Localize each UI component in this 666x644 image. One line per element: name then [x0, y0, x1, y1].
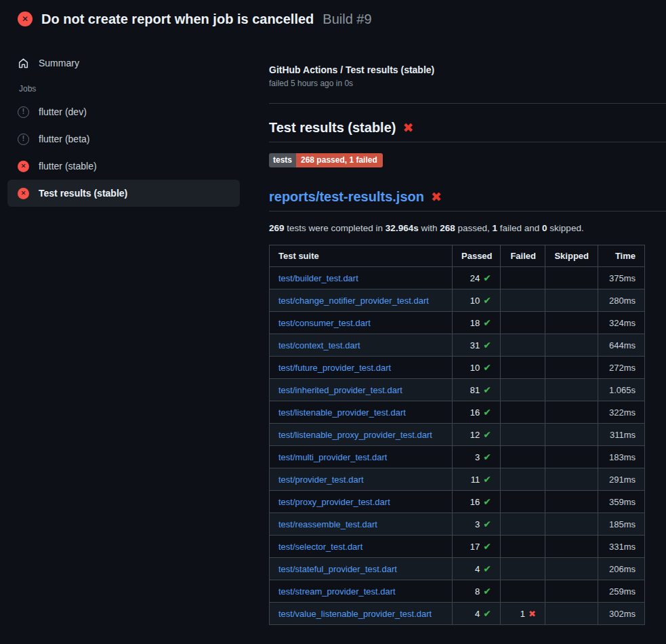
time-cell: 280ms [598, 289, 645, 312]
test-suite-link[interactable]: test/stream_provider_test.dart [278, 586, 396, 597]
sidebar: Summary Jobs ! flutter (dev) ! flutter (… [0, 38, 247, 207]
main-content: GitHub Actions / Test results (stable) f… [247, 38, 666, 625]
test-suite-link[interactable]: test/stateful_provider_test.dart [278, 564, 397, 574]
test-summary-line: 269 tests were completed in 32.964s with… [269, 223, 666, 233]
test-suite-link[interactable]: test/multi_provider_test.dart [278, 452, 387, 462]
suite-cell: test/inherited_provider_test.dart [270, 379, 453, 401]
summary-text: tests were completed in [285, 223, 386, 233]
table-row: test/builder_test.dart 24✔ 375ms [270, 267, 645, 289]
sidebar-job-flutter-dev[interactable]: ! flutter (dev) [7, 98, 240, 125]
test-suite-link[interactable]: test/inherited_provider_test.dart [278, 385, 402, 395]
passed-count: 268 [440, 223, 455, 233]
table-row: test/value_listenable_provider_test.dart… [270, 603, 645, 625]
failed-cell [501, 401, 545, 424]
passed-cell: 81✔ [453, 379, 501, 401]
summary-text: with [419, 223, 440, 233]
test-suite-link[interactable]: test/proxy_provider_test.dart [278, 497, 390, 507]
sidebar-job-flutter-beta[interactable]: ! flutter (beta) [7, 125, 240, 153]
time-cell: 324ms [598, 312, 645, 334]
sidebar-summary-label: Summary [39, 58, 79, 68]
time-cell: 322ms [598, 401, 645, 424]
run-header: ✕ Do not create report when job is cance… [0, 0, 666, 38]
check-icon: ✔ [483, 429, 491, 440]
skipped-cell [545, 603, 598, 625]
passed-cell: 10✔ [453, 289, 501, 312]
skipped-cell [545, 513, 598, 536]
time-cell: 375ms [598, 267, 645, 289]
passed-cell: 3✔ [453, 513, 501, 536]
test-suite-link[interactable]: test/value_listenable_provider_test.dart [278, 609, 432, 619]
time-cell: 644ms [598, 334, 645, 357]
failed-icon: ✕ [18, 161, 29, 172]
passed-value: 16 [470, 407, 480, 418]
test-suite-link[interactable]: test/listenable_proxy_provider_test.dart [278, 430, 432, 440]
sidebar-job-flutter-stable[interactable]: ✕ flutter (stable) [7, 153, 240, 180]
passed-cell: 31✔ [453, 334, 501, 357]
badge-value: 268 passed, 1 failed [296, 153, 383, 167]
duration: 32.964s [386, 223, 419, 233]
sidebar-job-test-results-stable[interactable]: ✕ Test results (stable) [7, 180, 240, 207]
table-row: test/change_notifier_provider_test.dart … [270, 289, 645, 312]
col-failed: Failed [501, 245, 545, 267]
badge-label: tests [269, 153, 296, 167]
table-row: test/stateful_provider_test.dart 4✔ 206m… [270, 558, 645, 580]
time-cell: 359ms [598, 491, 645, 513]
check-icon: ✔ [483, 586, 491, 597]
test-suite-link[interactable]: test/reassemble_test.dart [278, 519, 377, 529]
table-row: test/inherited_provider_test.dart 81✔ 1.… [270, 379, 645, 401]
test-suite-link[interactable]: test/selector_test.dart [278, 542, 362, 552]
skipped-cell [545, 401, 598, 424]
passed-cell: 4✔ [453, 558, 501, 580]
table-row: test/selector_test.dart 17✔ 331ms [270, 536, 645, 558]
run-title: Do not create report when job is cancell… [41, 12, 314, 27]
failed-value: 1 [520, 609, 525, 619]
suite-cell: test/builder_test.dart [270, 267, 453, 289]
summary-text: failed and [497, 223, 542, 233]
test-suite-link[interactable]: test/context_test.dart [278, 340, 360, 350]
cancelled-icon: ! [18, 106, 29, 118]
passed-cell: 4✔ [453, 603, 501, 625]
skipped-cell [545, 357, 598, 379]
test-suite-link[interactable]: test/provider_test.dart [278, 475, 364, 485]
passed-value: 12 [470, 430, 480, 440]
sidebar-item-summary[interactable]: Summary [7, 49, 240, 77]
test-suite-link[interactable]: test/listenable_provider_test.dart [278, 407, 406, 418]
failed-cell [501, 312, 545, 334]
divider [269, 103, 666, 104]
suite-cell: test/stateful_provider_test.dart [270, 558, 453, 580]
time-cell: 206ms [598, 558, 645, 580]
table-row: test/multi_provider_test.dart 3✔ 183ms [270, 446, 645, 468]
passed-cell: 12✔ [453, 424, 501, 446]
test-suite-link[interactable]: test/future_provider_test.dart [278, 363, 391, 373]
table-row: test/consumer_test.dart 18✔ 324ms [270, 312, 645, 334]
suite-cell: test/stream_provider_test.dart [270, 580, 453, 603]
run-failed-icon: ✕ [18, 12, 33, 26]
time-cell: 331ms [598, 536, 645, 558]
time-cell: 311ms [598, 424, 645, 446]
home-icon [18, 58, 29, 69]
check-icon: ✔ [483, 295, 491, 306]
check-icon: ✔ [483, 474, 491, 485]
failed-cross-icon: ✖ [431, 190, 442, 203]
passed-cell: 18✔ [453, 312, 501, 334]
report-file-link[interactable]: reports/test-results.json [269, 189, 424, 205]
skipped-cell [545, 312, 598, 334]
jobs-section-heading: Jobs [0, 84, 247, 94]
time-cell: 302ms [598, 603, 645, 625]
table-row: test/stream_provider_test.dart 8✔ 259ms [270, 580, 645, 603]
check-icon: ✔ [483, 340, 491, 350]
test-suite-link[interactable]: test/change_notifier_provider_test.dart [278, 296, 429, 306]
failed-cell [501, 468, 545, 491]
col-test-suite: Test suite [270, 245, 453, 267]
skipped-cell [545, 446, 598, 468]
skipped-cell [545, 267, 598, 289]
test-suite-link[interactable]: test/consumer_test.dart [278, 318, 371, 328]
failed-cell [501, 491, 545, 513]
suite-cell: test/reassemble_test.dart [270, 513, 453, 536]
table-row: test/listenable_provider_test.dart 16✔ 3… [270, 401, 645, 424]
section-heading: Test results (stable) ✖ [269, 120, 666, 142]
test-suite-link[interactable]: test/builder_test.dart [278, 273, 358, 283]
skipped-cell [545, 334, 598, 357]
skipped-cell [545, 289, 598, 312]
table-header-row: Test suite Passed Failed Skipped Time [270, 245, 645, 267]
